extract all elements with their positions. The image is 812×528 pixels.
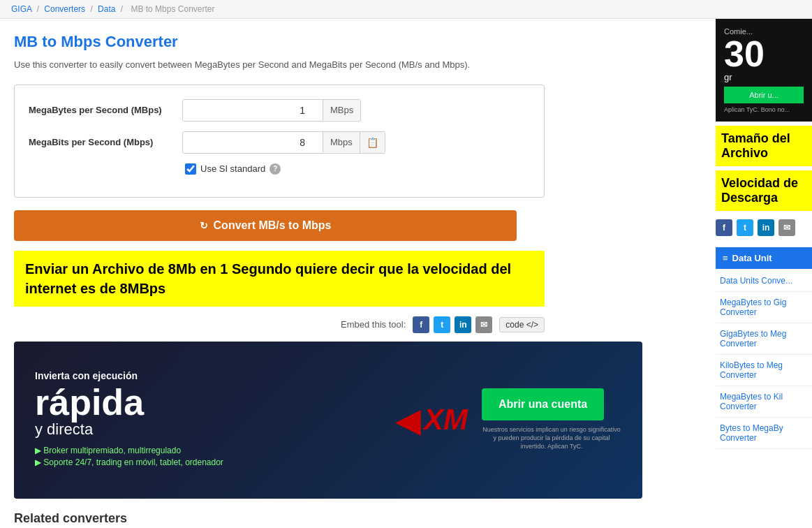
breadcrumb-giga[interactable]: GIGA [11, 4, 31, 14]
sidebar-link-5[interactable]: Bytes to MegaBy Converter [716, 418, 812, 449]
data-units-title: Data Unit [732, 253, 772, 263]
sidebar-facebook-icon[interactable]: f [716, 219, 732, 236]
sidebar-ad-logos: Aplican TyC. Bono no... [724, 106, 804, 113]
field2-input[interactable] [183, 132, 323, 153]
ad-bullets: Broker multipremiado, multirregulado Sop… [35, 446, 381, 467]
input-row-mbits: MegaBits per Second (Mbps) Mbps 📋 [29, 131, 530, 154]
sidebar-email-icon[interactable]: ✉ [778, 219, 795, 236]
tamano-annotation: Tamaño del Archivo [716, 126, 812, 166]
ad-bullet-2: Soporte 24/7, trading en móvil, tablet, … [35, 457, 381, 467]
converter-box: MegaBytes per Second (MBps) MBps MegaBit… [14, 85, 545, 198]
sidebar-link-3[interactable]: KiloBytes to Meg Converter [716, 355, 812, 386]
message-annotation: Enviar un Archivo de 8Mb en 1 Segundo qu… [14, 251, 545, 307]
si-checkbox[interactable] [185, 163, 196, 175]
email-icon[interactable]: ✉ [475, 316, 492, 333]
related-title: Related converters [14, 511, 702, 526]
data-units-icon: ≡ [723, 253, 728, 263]
sidebar-ad: Comie... 30 gr Abrir u... Aplican TyC. B… [716, 19, 812, 122]
breadcrumb-converters[interactable]: Converters [44, 4, 85, 14]
sidebar-linkedin-icon[interactable]: in [758, 219, 774, 236]
si-row: Use SI standard ? [185, 163, 530, 175]
page-title: MB to Mbps Converter [14, 33, 702, 51]
help-icon[interactable]: ? [270, 163, 281, 175]
ad-right: Abrir una cuenta Nuestros servicios impl… [482, 388, 621, 450]
embed-label: Embed this tool: [341, 319, 406, 330]
field1-label: MegaBytes per Second (MBps) [29, 105, 182, 115]
breadcrumb: GIGA / Converters / Data / MB to Mbps Co… [0, 0, 812, 19]
sidebar-ad-number: 30 [724, 36, 804, 72]
ad-directa: y directa [35, 420, 381, 439]
facebook-icon[interactable]: f [413, 316, 429, 333]
input-row-mbps: MegaBytes per Second (MBps) MBps [29, 99, 530, 122]
breadcrumb-sep2: / [90, 4, 95, 14]
breadcrumb-sep1: / [37, 4, 42, 14]
sidebar-link-1[interactable]: MegaBytes to Gig Converter [716, 292, 812, 323]
sidebar-link-4[interactable]: MegaBytes to Kil Converter [716, 386, 812, 418]
velocidad-annotation: Velocidad de Descarga [716, 170, 812, 211]
field2-unit: Mbps [323, 132, 360, 152]
ad-bullet-1: Broker multipremiado, multirregulado [35, 446, 381, 455]
ad-banner: Invierta con ejecución rápida y directa … [14, 342, 642, 499]
sidebar-ad-btn[interactable]: Abrir u... [724, 87, 804, 103]
ad-text-left: Invierta con ejecución rápida y directa … [35, 370, 381, 469]
field2-label: MegaBits per Second (Mbps) [29, 137, 182, 147]
ad-center: ◀ XM [381, 400, 482, 439]
xm-logo: XM [424, 403, 468, 437]
embed-row: Embed this tool: f t in ✉ code </> [14, 316, 545, 333]
annotation-container: Enviar un Archivo de 8Mb en 1 Segundo qu… [14, 251, 545, 307]
si-label: Use SI standard [200, 163, 265, 174]
ad-open-btn[interactable]: Abrir una cuenta [482, 388, 604, 420]
right-panel: Comie... 30 gr Abrir u... Aplican TyC. B… [716, 19, 812, 528]
sidebar-link-0[interactable]: Data Units Conve... [716, 270, 812, 292]
ad-rapida: rápida [35, 384, 381, 420]
field1-group: MBps [182, 99, 361, 122]
xm-arrow: ◀ [395, 400, 421, 439]
sidebar-link-2[interactable]: GigaBytes to Meg Converter [716, 323, 812, 355]
embed-code-button[interactable]: code </> [499, 317, 545, 332]
embed-code-label: code </> [505, 320, 538, 330]
related-section: Related converters [14, 511, 702, 529]
ad-headline: Invierta con ejecución [35, 370, 381, 381]
page-description: Use this converter to easily convert bet… [14, 58, 702, 72]
sidebar-twitter-icon[interactable]: t [737, 219, 753, 236]
ad-disclaimer: Nuestros servicios implican un riesgo si… [482, 426, 621, 450]
convert-button[interactable]: ↻ Convert MB/s to Mbps [14, 210, 517, 241]
breadcrumb-sep3: / [121, 4, 126, 14]
twitter-icon[interactable]: t [434, 316, 450, 333]
field1-unit: MBps [323, 100, 360, 120]
social-icons: f t in ✉ [413, 316, 492, 333]
data-units-box: ≡ Data Unit [716, 247, 812, 269]
breadcrumb-data[interactable]: Data [98, 4, 115, 14]
field1-input[interactable] [183, 100, 323, 121]
linkedin-icon[interactable]: in [455, 316, 471, 333]
refresh-icon: ↻ [200, 220, 208, 231]
copy-button[interactable]: 📋 [360, 132, 385, 153]
breadcrumb-current: MB to Mbps Converter [131, 4, 214, 14]
field2-group: Mbps 📋 [182, 131, 385, 154]
